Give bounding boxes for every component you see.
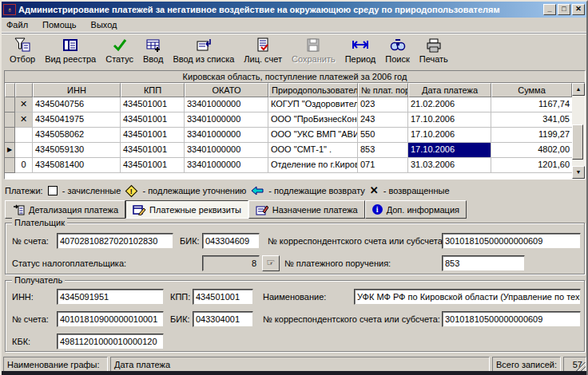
cell-inn[interactable]: 4345081400 [33, 158, 121, 173]
cell-date[interactable]: 21.02.2006 [408, 97, 491, 112]
cell-kpp[interactable]: 434501001 [121, 158, 185, 173]
toolbar: Отбор Вид реестра Статус Ввод Ввод из сп… [2, 33, 586, 69]
scroll-down-icon[interactable]: ▼ [572, 166, 585, 179]
cell-doc[interactable]: 071 [358, 158, 408, 173]
toolbar-button-status[interactable]: Статус [101, 35, 138, 69]
returned-mark-icon: ✕ [15, 97, 33, 112]
cell-kpp[interactable]: 434501001 [121, 143, 185, 158]
cell-kpp[interactable]: 434501001 [121, 112, 185, 128]
cell-doc[interactable]: 023 [358, 97, 408, 112]
toolbar-button-account[interactable]: Лиц. счет [239, 35, 287, 69]
toolbar-button-input[interactable]: Ввод [138, 35, 168, 69]
payer-account-field[interactable]: 40702810827020102830 [57, 233, 173, 249]
cell-date[interactable]: 31.03.2006 [408, 158, 491, 173]
tab-payment-purpose[interactable]: Назначение платежа [248, 200, 365, 219]
app-window: ♁ Администрирование платежей за негативн… [0, 0, 588, 375]
legend-label: - подлежащие возврату [268, 186, 364, 195]
cell-inn[interactable]: 4345059130 [33, 143, 121, 158]
cell-inn[interactable]: 4345040756 [33, 97, 121, 112]
current-row-arrow-icon: ▶ [5, 143, 15, 158]
cell-payer[interactable]: ООО "УКС ВМП "АВИТЕК" [268, 128, 358, 143]
cell-date[interactable]: 17.10.2006 [408, 112, 491, 128]
tab-additional-info[interactable]: i Доп. информация [365, 200, 467, 219]
payer-bik-field[interactable]: 043304609 [202, 233, 260, 249]
column-header-payer[interactable]: Природопользователь [268, 83, 358, 97]
cell-okato[interactable]: 33401000000 [185, 158, 268, 173]
column-header-doc[interactable]: № плат. пор. [358, 83, 408, 97]
cell-sum[interactable]: 4802,00 [491, 143, 572, 158]
tab-payment-detail[interactable]: Детализация платежа [5, 200, 125, 219]
scroll-up-icon[interactable]: ▲ [572, 83, 585, 96]
cell-payer[interactable]: ООО "ПроБизнесКонсалти [268, 112, 358, 128]
toolbar-button-period[interactable]: Период [340, 35, 381, 69]
cell-kpp[interactable]: 434501001 [121, 97, 185, 112]
cell-sum[interactable]: 1167,74 [491, 97, 572, 112]
cell-kpp[interactable]: 434501001 [121, 128, 185, 143]
recipient-bik-field[interactable]: 043304001 [193, 311, 253, 327]
recipient-kpp-field[interactable]: 434501001 [193, 289, 253, 305]
menu-bar: Файл Помощь Выход [2, 18, 586, 33]
column-header-date[interactable]: Дата платежа [408, 83, 491, 97]
cell-okato[interactable]: 33401000000 [185, 128, 268, 143]
payments-legend: Платежи: - зачисленные ! - подлежащие ут… [5, 183, 583, 199]
cell-sum[interactable]: 1201,60 [491, 158, 572, 173]
white-square-icon [48, 186, 58, 195]
cell-sum[interactable]: 341,05 [491, 112, 572, 128]
info-icon: i [372, 204, 383, 215]
toolbar-button-input-from-list[interactable]: Ввод из списка [168, 35, 239, 69]
recipient-corr-field[interactable]: 30101810500000000609 [442, 311, 581, 327]
column-header-kpp[interactable]: КПП [121, 83, 185, 97]
toolbar-button-search[interactable]: Поиск [380, 35, 414, 69]
cell-payer[interactable]: Отделение по г.Кирову УФ [268, 158, 358, 173]
scrollbar-thumb[interactable] [572, 124, 583, 160]
taxpayer-status-picker-button[interactable]: ☞ [262, 255, 280, 271]
print-icon [425, 38, 443, 53]
toolbar-button-save[interactable]: Сохранить [287, 35, 340, 69]
cell-date[interactable]: 17.10.2006 [408, 128, 491, 143]
menu-help[interactable]: Помощь [42, 20, 77, 30]
cell-okato[interactable]: 33401000000 [185, 143, 268, 158]
tab-payment-requisites[interactable]: Платежные реквизиты [125, 200, 248, 219]
table-row: ✕ 4345041975 434501001 33401000000 ООО "… [5, 112, 572, 128]
close-button[interactable]: ✕ [572, 4, 585, 15]
recipient-name-field[interactable]: УФК МФ РФ по Кировской области (Управлен… [354, 289, 581, 305]
table-row: 0 4345081400 434501001 33401000000 Отдел… [5, 158, 572, 173]
column-header-sum[interactable]: Сумма [491, 83, 572, 97]
cell-doc[interactable]: 853 [358, 143, 408, 158]
menu-exit[interactable]: Выход [91, 20, 117, 30]
filter-icon [14, 38, 31, 53]
cell-payer[interactable]: КОГУП "Оздоровительный [268, 97, 358, 112]
returned-mark-icon: ✕ [15, 112, 33, 128]
cyan-left-arrow-icon [251, 186, 264, 195]
row-indicator [5, 158, 15, 173]
input-icon [145, 38, 162, 53]
toolbar-button-print[interactable]: Печать [415, 35, 453, 69]
row-indicator [5, 112, 15, 128]
toolbar-button-filter[interactable]: Отбор [5, 35, 40, 69]
column-header-okato[interactable]: ОКАТО [185, 83, 268, 97]
vertical-scrollbar[interactable]: ▲ ▼ [572, 83, 585, 179]
recipient-name-label: Наименование: [263, 292, 326, 302]
cell-okato[interactable]: 33401000000 [185, 112, 268, 128]
cell-doc[interactable]: 550 [358, 128, 408, 143]
cell-inn[interactable]: 4345041975 [33, 112, 121, 128]
minimize-button[interactable]: _ [543, 4, 556, 15]
cell-payer[interactable]: ООО "СМТ-1" . [268, 143, 358, 158]
cell-date-selected[interactable]: 17.10.2006 [408, 143, 491, 158]
kbk-field[interactable]: 49811201000010000120 [57, 334, 164, 349]
cell-inn[interactable]: 4345058062 [33, 128, 121, 143]
legend-label: - подлежащие уточнению [142, 186, 246, 195]
payment-order-field[interactable]: 853 [442, 255, 525, 271]
cell-doc[interactable]: 243 [358, 112, 408, 128]
recipient-account-field[interactable]: 40101810900000010001 [57, 311, 164, 327]
status-bar: Наименование графы: Дата платежа Всего з… [2, 355, 586, 373]
recipient-inn-field[interactable]: 4345091951 [57, 289, 164, 305]
cell-sum[interactable]: 1199,27 [491, 128, 572, 143]
payer-corr-field[interactable]: 30101810500000000609 [442, 233, 581, 249]
menu-file[interactable]: Файл [6, 20, 28, 30]
maximize-button[interactable]: □ [558, 4, 570, 15]
toolbar-button-registry-view[interactable]: Вид реестра [40, 35, 101, 69]
cell-okato[interactable]: 33401000000 [185, 97, 268, 112]
total-records-label: Всего записей: [492, 357, 561, 372]
column-header-inn[interactable]: ИНН [33, 83, 121, 97]
